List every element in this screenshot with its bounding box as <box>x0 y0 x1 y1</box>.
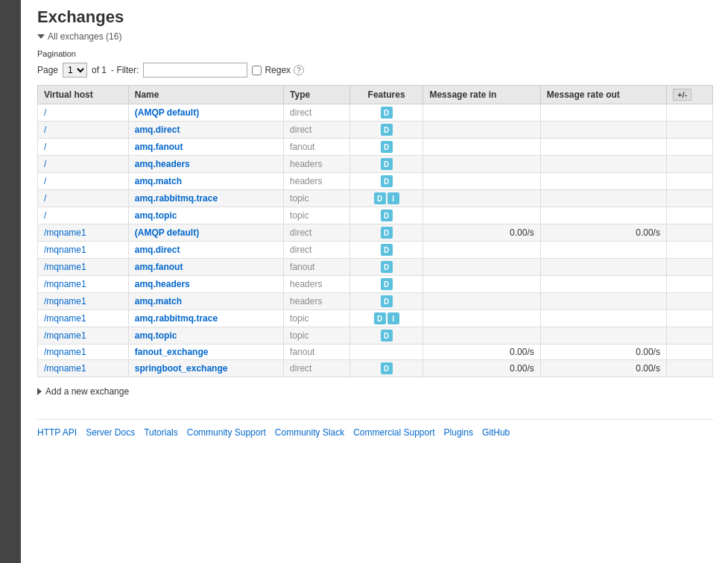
exchange-name: amq.direct <box>135 125 180 135</box>
rate-in <box>423 310 540 327</box>
col-type: Type <box>284 86 350 104</box>
add-exchange-section[interactable]: Add a new exchange <box>37 386 713 397</box>
vhost-link[interactable]: / <box>44 176 46 186</box>
exchange-name-link[interactable]: amq.match <box>135 176 182 186</box>
all-exchanges-toggle[interactable]: All exchanges (16) <box>37 31 713 42</box>
exchange-name-link[interactable]: (AMQP default) <box>135 107 199 118</box>
exchange-name-link[interactable]: (AMQP default) <box>135 227 199 238</box>
vhost-link[interactable]: /mqname1 <box>44 363 86 374</box>
row-action-cell <box>666 310 712 327</box>
all-exchanges-label: All exchanges (16) <box>48 31 121 42</box>
page-select[interactable]: 1 <box>63 63 87 78</box>
plus-minus-button[interactable]: +/- <box>673 89 691 101</box>
exchange-type: direct <box>284 122 350 139</box>
row-action-cell <box>666 173 712 190</box>
exchange-features: D <box>349 259 423 276</box>
table-row: /mqname1amq.headersheadersD <box>38 276 713 293</box>
exchange-name-link[interactable]: amq.headers <box>135 279 190 289</box>
vhost-link[interactable]: /mqname1 <box>44 330 86 341</box>
vhost-link[interactable]: /mqname1 <box>44 347 86 357</box>
footer-link[interactable]: HTTP API <box>37 427 77 438</box>
exchange-name-link[interactable]: amq.topic <box>135 330 177 341</box>
footer-link[interactable]: Community Slack <box>275 427 344 438</box>
footer-link[interactable]: Server Docs <box>86 427 135 438</box>
footer-link[interactable]: Tutorials <box>144 427 178 438</box>
filter-input[interactable] <box>143 63 247 78</box>
feature-badge: I <box>387 312 399 324</box>
exchange-name: springboot_exchange <box>135 363 228 374</box>
vhost-link[interactable]: / <box>44 210 46 221</box>
footer-link[interactable]: GitHub <box>482 427 510 438</box>
vhost-link[interactable]: / <box>44 142 46 152</box>
table-row: /amq.matchheadersD <box>38 173 713 190</box>
exchange-name-link[interactable]: fanout_exchange <box>135 347 209 357</box>
vhost-link[interactable]: /mqname1 <box>44 262 86 272</box>
col-plus-minus[interactable]: +/- <box>666 86 712 104</box>
footer-link[interactable]: Commercial Support <box>353 427 434 438</box>
footer-link[interactable]: Plugins <box>444 427 473 438</box>
exchange-name: amq.rabbitmq.trace <box>135 313 218 324</box>
rate-in: 0.00/s <box>423 224 540 242</box>
rate-in: 0.00/s <box>423 360 540 377</box>
regex-help-icon[interactable]: ? <box>294 65 304 75</box>
feature-badge: D <box>381 362 393 374</box>
exchange-name: (AMQP default) <box>135 107 199 118</box>
row-action-cell <box>666 293 712 310</box>
exchange-name-link[interactable]: amq.rabbitmq.trace <box>135 193 218 204</box>
exchange-type: headers <box>284 276 350 293</box>
exchange-name-link[interactable]: amq.topic <box>135 210 177 221</box>
exchange-name-link[interactable]: springboot_exchange <box>135 363 228 374</box>
rate-in <box>423 156 540 173</box>
exchange-name-link[interactable]: amq.rabbitmq.trace <box>135 313 218 324</box>
table-row: /amq.fanoutfanoutD <box>38 139 713 156</box>
vhost-link[interactable]: /mqname1 <box>44 227 86 238</box>
exchange-name-link[interactable]: amq.fanout <box>135 262 183 272</box>
rate-out <box>540 156 666 173</box>
exchange-features: D <box>349 104 423 122</box>
feature-badge: D <box>381 261 393 273</box>
feature-badge: D <box>381 141 393 153</box>
rate-out <box>540 259 666 276</box>
exchange-name-link[interactable]: amq.fanout <box>135 142 183 152</box>
rate-out <box>540 327 666 345</box>
vhost-link[interactable]: / <box>44 107 46 118</box>
exchange-name: amq.topic <box>135 330 177 341</box>
feature-badge: D <box>381 210 393 221</box>
exchange-name-link[interactable]: amq.direct <box>135 125 180 135</box>
vhost-link[interactable]: /mqname1 <box>44 245 86 255</box>
rate-out <box>540 139 666 156</box>
rate-out: 0.00/s <box>540 345 666 360</box>
exchange-name-link[interactable]: amq.match <box>135 296 182 306</box>
table-header: Virtual host Name Type Features Message … <box>38 86 713 104</box>
vhost-link[interactable]: /mqname1 <box>44 279 86 289</box>
regex-checkbox[interactable] <box>252 66 262 75</box>
feature-badge: D <box>381 107 393 119</box>
vhost-link[interactable]: /mqname1 <box>44 296 86 306</box>
exchange-type: fanout <box>284 345 350 360</box>
rate-out: 0.00/s <box>540 224 666 242</box>
of-label: of 1 <box>92 65 107 75</box>
rate-out <box>540 293 666 310</box>
vhost-link[interactable]: / <box>44 193 46 204</box>
sidebar <box>0 0 21 453</box>
row-action-cell <box>666 276 712 293</box>
footer-link[interactable]: Community Support <box>187 427 266 438</box>
feature-badge: D <box>381 124 393 136</box>
rate-in <box>423 122 540 139</box>
collapse-icon <box>37 34 45 39</box>
feature-badge: D <box>381 158 393 170</box>
vhost-link[interactable]: /mqname1 <box>44 313 86 324</box>
exchange-name-link[interactable]: amq.direct <box>135 245 180 255</box>
table-row: /amq.topictopicD <box>38 207 713 224</box>
table-row: /mqname1fanout_exchangefanout0.00/s0.00/… <box>38 345 713 360</box>
rate-in <box>423 207 540 224</box>
feature-badge: I <box>387 192 399 204</box>
row-action-cell <box>666 360 712 377</box>
rate-in <box>423 327 540 345</box>
vhost-link[interactable]: / <box>44 125 46 135</box>
feature-badge: D <box>381 278 393 290</box>
add-exchange-icon <box>37 388 42 395</box>
table-row: /mqname1amq.rabbitmq.tracetopicDI <box>38 310 713 327</box>
exchange-name-link[interactable]: amq.headers <box>135 159 190 169</box>
vhost-link[interactable]: / <box>44 159 46 169</box>
